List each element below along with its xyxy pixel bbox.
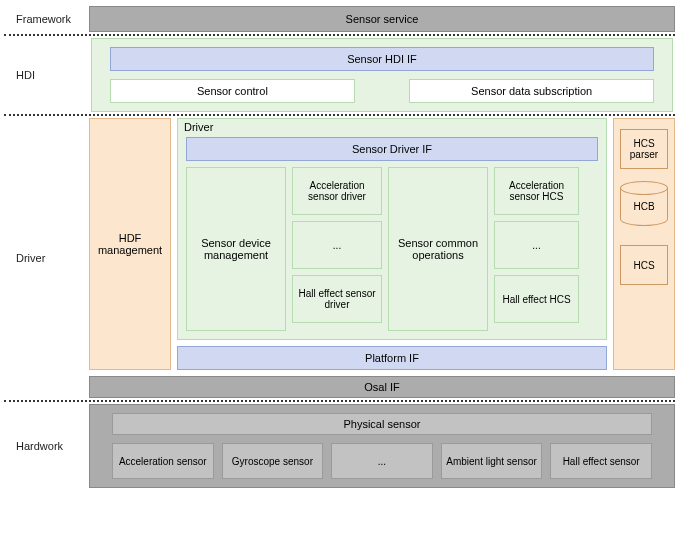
driver-inner-title: Driver [184, 121, 213, 133]
hdi-container: Sensor HDI IF Sensor control Sensor data… [91, 38, 673, 112]
hall-effect-sensor-driver-box: Hall effect sensor driver [292, 275, 382, 323]
hall-effect-hcs-box: Hall effect HCS [494, 275, 579, 323]
osal-if-box: Osal IF [89, 376, 675, 398]
hdf-management-box: HDF management [89, 118, 171, 370]
ellipsis-box: ... [494, 221, 579, 269]
sensor-service-box: Sensor service [89, 6, 675, 32]
sensor-hdi-if-box: Sensor HDI IF [110, 47, 654, 71]
driver-section: Driver HDF management Driver Sensor Driv… [4, 118, 675, 398]
hall-effect-sensor-box: Hall effect sensor [550, 443, 652, 479]
hcs-box: HCS [620, 245, 668, 285]
sensor-data-subscription-box: Sensor data subscription [409, 79, 654, 103]
hdi-section: HDI Sensor HDI IF Sensor control Sensor … [4, 38, 675, 112]
hardwork-container: Physical sensor Acceleration sensor Gyro… [89, 404, 675, 488]
acceleration-sensor-hcs-box: Acceleration sensor HCS [494, 167, 579, 215]
sensor-common-operations-box: Sensor common operations [388, 167, 488, 331]
ellipsis-box: ... [331, 443, 433, 479]
hcs-side-container: HCS parser HCB HCS [613, 118, 675, 370]
sensor-device-management-box: Sensor device management [186, 167, 286, 331]
acceleration-sensor-driver-box: Acceleration sensor driver [292, 167, 382, 215]
acceleration-sensor-box: Acceleration sensor [112, 443, 214, 479]
hcb-cylinder-icon: HCB [620, 181, 668, 233]
ambient-light-sensor-box: Ambient light sensor [441, 443, 543, 479]
physical-sensor-box: Physical sensor [112, 413, 652, 435]
ellipsis-box: ... [292, 221, 382, 269]
framework-label: Framework [4, 6, 89, 32]
hardwork-section: Hardwork Physical sensor Acceleration se… [4, 404, 675, 488]
hdi-label: HDI [4, 38, 89, 112]
separator [4, 400, 675, 402]
sensor-control-box: Sensor control [110, 79, 355, 103]
separator [4, 34, 675, 36]
platform-if-box: Platform IF [177, 346, 607, 370]
gyroscope-sensor-box: Gyroscope sensor [222, 443, 324, 479]
hcb-label: HCB [620, 188, 668, 226]
driver-label: Driver [4, 118, 89, 398]
hardwork-label: Hardwork [4, 404, 89, 488]
framework-section: Framework Sensor service [4, 6, 675, 32]
driver-green-container: Driver Sensor Driver IF Sensor device ma… [177, 118, 607, 340]
sensor-driver-if-box: Sensor Driver IF [186, 137, 598, 161]
diagram-root: Framework Sensor service HDI Sensor HDI … [0, 0, 679, 494]
separator [4, 114, 675, 116]
hcs-parser-box: HCS parser [620, 129, 668, 169]
